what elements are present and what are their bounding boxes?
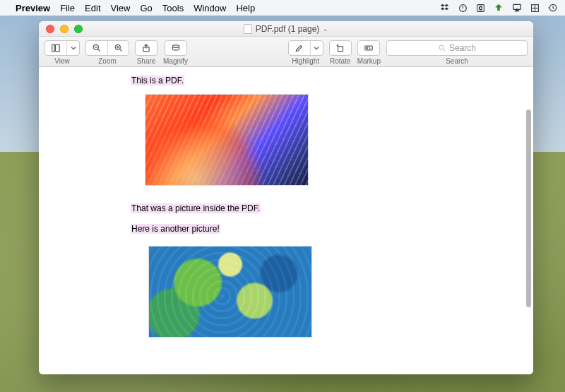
titlebar[interactable]: PDF.pdf (1 page) ⌄ — [39, 21, 533, 37]
markup-label: Markup — [357, 57, 381, 65]
status-icon-1[interactable] — [458, 4, 468, 13]
svg-rect-19 — [338, 47, 343, 52]
vertical-scrollbar[interactable] — [526, 109, 531, 307]
svg-point-22 — [439, 45, 444, 49]
status-icon-grid[interactable] — [530, 4, 540, 13]
title-dropdown-icon[interactable]: ⌄ — [323, 25, 328, 32]
window-title: PDF.pdf (1 page) — [256, 24, 320, 34]
zoom-in-button[interactable] — [107, 40, 129, 56]
embedded-image-2[interactable] — [148, 246, 312, 338]
menu-help[interactable]: Help — [236, 3, 255, 13]
embedded-image-1[interactable] — [145, 94, 309, 186]
zoom-out-button[interactable] — [86, 40, 107, 56]
view-label: View — [54, 57, 70, 65]
status-icon-c[interactable]: C — [476, 4, 485, 13]
dropbox-icon[interactable] — [440, 3, 450, 13]
highlight-button[interactable] — [289, 40, 310, 56]
rotate-label: Rotate — [330, 57, 350, 65]
close-button[interactable] — [46, 25, 54, 33]
toolbar: View Zoom Share Magnify — [39, 37, 533, 67]
view-mode-button[interactable] — [45, 40, 66, 56]
magnify-label: Magnify — [163, 57, 188, 65]
search-label: Search — [446, 57, 468, 65]
document-text-2[interactable]: That was a picture inside the PDF. — [131, 203, 261, 213]
fullscreen-button[interactable] — [74, 25, 83, 33]
minimize-button[interactable] — [60, 25, 69, 33]
highlight-label: Highlight — [292, 57, 319, 65]
svg-line-14 — [119, 49, 121, 52]
search-input[interactable]: Search — [386, 40, 528, 56]
menu-view[interactable]: View — [111, 3, 131, 13]
document-viewport[interactable]: This is a PDF. That was a picture inside… — [39, 67, 533, 374]
status-icon-upload[interactable] — [494, 3, 504, 13]
svg-point-21 — [367, 47, 368, 49]
view-mode-dropdown[interactable] — [66, 40, 79, 56]
menu-tools[interactable]: Tools — [162, 3, 184, 13]
svg-text:C: C — [479, 6, 482, 11]
svg-point-18 — [172, 45, 179, 47]
markup-button[interactable] — [358, 40, 379, 56]
menu-edit[interactable]: Edit — [85, 3, 100, 13]
airplay-icon[interactable] — [512, 3, 522, 13]
svg-line-23 — [443, 49, 445, 52]
menu-go[interactable]: Go — [140, 3, 152, 13]
highlight-dropdown[interactable] — [310, 40, 323, 56]
search-icon — [438, 44, 446, 52]
system-menubar: Preview File Edit View Go Tools Window H… — [0, 0, 565, 16]
rotate-button[interactable] — [330, 40, 351, 56]
svg-rect-8 — [52, 44, 55, 51]
menu-window[interactable]: Window — [194, 3, 226, 13]
share-button[interactable] — [136, 40, 157, 56]
menu-file[interactable]: File — [60, 3, 75, 13]
document-icon — [244, 24, 252, 34]
document-text-1[interactable]: This is a PDF. — [131, 76, 184, 85]
zoom-label: Zoom — [98, 57, 117, 65]
share-label: Share — [137, 57, 156, 65]
magnify-button[interactable] — [165, 40, 186, 56]
document-text-3[interactable]: Here is another picture! — [131, 224, 220, 234]
preview-window: PDF.pdf (1 page) ⌄ View Zoom Share — [39, 21, 533, 374]
search-placeholder: Search — [449, 43, 476, 53]
app-menu[interactable]: Preview — [16, 3, 50, 13]
svg-rect-9 — [55, 44, 59, 51]
time-machine-icon[interactable] — [548, 3, 558, 13]
svg-line-11 — [98, 49, 100, 52]
